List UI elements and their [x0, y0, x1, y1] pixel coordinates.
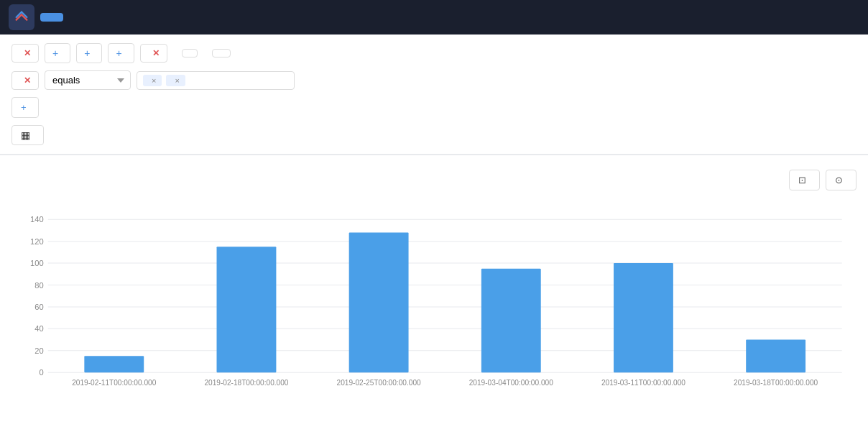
add-dimension-plus-icon: +: [84, 47, 90, 59]
filter-operator-select[interactable]: equalsnot equalssetnot set: [45, 70, 131, 90]
svg-text:100: 100: [30, 259, 44, 267]
date-range-chip[interactable]: [182, 49, 198, 58]
add-measure-plus-icon: +: [52, 47, 58, 59]
svg-text:2019-03-04T00:00:00.000: 2019-03-04T00:00:00.000: [469, 379, 553, 387]
svg-rect-16: [84, 356, 144, 372]
orders-count-chip[interactable]: ✕: [11, 44, 39, 63]
show-code-icon: ⊡: [798, 175, 806, 185]
svg-text:40: 40: [34, 324, 43, 333]
add-segment-plus-icon: +: [116, 47, 121, 59]
svg-text:60: 60: [34, 303, 43, 311]
add-filter-button[interactable]: +: [11, 97, 39, 118]
filter-values-input[interactable]: × ×: [137, 71, 295, 90]
svg-rect-18: [349, 233, 409, 373]
date-filter-close-icon[interactable]: ✕: [152, 48, 160, 58]
add-dimension-chip[interactable]: +: [76, 43, 102, 63]
add-measure-chip[interactable]: +: [45, 43, 70, 63]
completed-tag-close-icon[interactable]: ×: [175, 76, 179, 85]
add-segment-chip[interactable]: +: [108, 43, 134, 63]
explore-tab[interactable]: [40, 13, 63, 22]
chart-actions: ⊡ ⊙: [789, 170, 857, 190]
svg-rect-17: [217, 247, 277, 372]
chart-type-button[interactable]: ▦: [11, 125, 44, 145]
completed-tag: ×: [166, 75, 185, 86]
filter-status-close-icon[interactable]: ✕: [24, 75, 31, 86]
toolbar-row-2: ✕ equalsnot equalssetnot set × ×: [11, 70, 857, 90]
toolbar-row-1: ✕ + + + ✕: [11, 43, 857, 63]
toolbar: ✕ + + + ✕ ✕ equalsnot: [0, 35, 868, 155]
add-filter-plus-icon: +: [21, 102, 27, 113]
edit-icon: ⊙: [835, 175, 843, 185]
granularity-chip[interactable]: [212, 49, 231, 58]
processing-tag: ×: [143, 75, 162, 86]
svg-rect-21: [746, 340, 805, 373]
date-filter-chip[interactable]: ✕: [140, 44, 167, 63]
filter-status-chip[interactable]: ✕: [11, 71, 39, 90]
navbar: [0, 0, 868, 35]
svg-text:2019-02-25T00:00:00.000: 2019-02-25T00:00:00.000: [337, 379, 421, 387]
show-code-button[interactable]: ⊡: [789, 170, 820, 190]
svg-text:20: 20: [34, 346, 43, 355]
svg-text:2019-02-18T00:00:00.000: 2019-02-18T00:00:00.000: [204, 379, 288, 387]
chart-header: ⊡ ⊙: [11, 170, 857, 190]
svg-text:140: 140: [30, 215, 44, 224]
bar-chart-icon: ▦: [21, 129, 30, 141]
svg-text:80: 80: [34, 281, 43, 290]
svg-text:2019-02-11T00:00:00.000: 2019-02-11T00:00:00.000: [72, 379, 156, 387]
svg-text:0: 0: [39, 368, 43, 377]
logo: [9, 4, 34, 30]
svg-rect-20: [614, 263, 673, 372]
svg-text:2019-03-11T00:00:00.000: 2019-03-11T00:00:00.000: [601, 379, 685, 387]
schema-tab[interactable]: [69, 13, 92, 22]
processing-tag-close-icon[interactable]: ×: [152, 76, 156, 85]
toolbar-row-4: ▦: [11, 125, 857, 145]
svg-rect-19: [481, 269, 541, 372]
edit-button[interactable]: ⊙: [826, 170, 857, 190]
bar-chart-container: 0204060801001201402019-02-11T00:00:00.00…: [11, 205, 857, 411]
svg-text:120: 120: [30, 237, 44, 246]
orders-count-close-icon[interactable]: ✕: [24, 48, 31, 58]
bar-chart-svg: 0204060801001201402019-02-11T00:00:00.00…: [11, 205, 857, 409]
toolbar-row-3: +: [11, 97, 857, 118]
svg-text:2019-03-18T00:00:00.000: 2019-03-18T00:00:00.000: [734, 379, 818, 387]
chart-section: ⊡ ⊙ 0204060801001201402019-02-11T00:00:0…: [0, 155, 868, 426]
